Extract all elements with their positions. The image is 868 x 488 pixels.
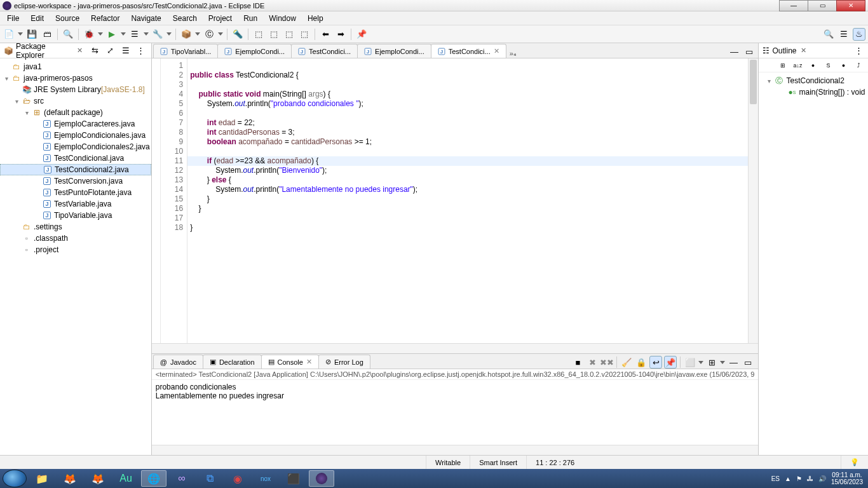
open-type-button[interactable]: 🔍: [62, 28, 74, 41]
filter-button[interactable]: ☰: [119, 44, 132, 57]
menu-navigate[interactable]: Navigate: [125, 13, 166, 24]
tree-node[interactable]: JEjemploCaracteres.java: [0, 118, 151, 130]
toggle-button[interactable]: ⬚: [283, 28, 295, 41]
taskbar-nox[interactable]: nox: [253, 470, 278, 487]
maximize-view-button[interactable]: ▭: [742, 356, 754, 369]
debug-button[interactable]: 🐞: [83, 28, 95, 41]
taskbar-vscode[interactable]: ⧉: [197, 470, 222, 487]
tray-action-center-icon[interactable]: ⚑: [796, 475, 802, 482]
nav-forward-button[interactable]: ➡: [334, 28, 347, 41]
hide-fields-button[interactable]: ●: [807, 59, 820, 72]
hide-local-button[interactable]: ⤴: [853, 59, 865, 72]
open-console-button[interactable]: ⊞: [705, 356, 718, 369]
tray-expand-icon[interactable]: ▲: [785, 475, 791, 482]
tree-node[interactable]: 🗀java1: [0, 61, 151, 72]
tree-node[interactable]: ▾🗁src: [0, 95, 151, 107]
close-tab-button[interactable]: ✕: [306, 358, 312, 366]
tree-node[interactable]: ▫.project: [0, 244, 151, 255]
tray-network-icon[interactable]: 🖧: [807, 475, 813, 482]
run-button[interactable]: ▶: [105, 28, 118, 41]
dropdown-icon[interactable]: [195, 32, 200, 36]
word-wrap-button[interactable]: ↩: [649, 356, 662, 369]
bottom-tab-console[interactable]: ▤Console✕: [261, 355, 319, 369]
scroll-lock-button[interactable]: 🔒: [635, 356, 648, 369]
tree-node[interactable]: ▫.classpath: [0, 233, 151, 244]
link-editor-button[interactable]: ⤢: [104, 44, 117, 57]
outline-class-node[interactable]: ▾ Ⓒ TestCondicional2: [761, 75, 866, 86]
editor-area[interactable]: 123456789101112131415161718 public class…: [152, 58, 759, 343]
dropdown-icon[interactable]: [218, 32, 223, 36]
tree-node[interactable]: JTestConversion.java: [0, 175, 151, 187]
tree-node[interactable]: JTestCondicional.java: [0, 152, 151, 164]
quick-access-button[interactable]: 🔍: [822, 28, 835, 41]
tray-date[interactable]: 15/06/2023: [831, 478, 863, 485]
tree-node[interactable]: JEjemploCondicionales2.java: [0, 141, 151, 152]
hide-static-button[interactable]: S: [822, 59, 835, 72]
hide-nonpublic-button[interactable]: ●: [837, 59, 850, 72]
taskbar-terminal[interactable]: ⬛: [281, 470, 306, 487]
new-button[interactable]: 📄: [3, 28, 15, 41]
taskbar-audition[interactable]: Au: [113, 470, 139, 487]
new-class-button[interactable]: Ⓒ: [203, 28, 215, 41]
tree-node[interactable]: 📚JRE System Library [JavaSE-1.8]: [0, 84, 151, 95]
toggle-button[interactable]: ⬚: [268, 28, 280, 41]
dropdown-icon[interactable]: [18, 32, 23, 36]
dropdown-icon[interactable]: [144, 32, 149, 36]
tray-time[interactable]: 09:11 a.m.: [831, 471, 863, 478]
code-editor[interactable]: public class TestCondicional2 { public s…: [187, 58, 748, 343]
tree-node[interactable]: JTipoVariable.java: [0, 210, 151, 221]
dropdown-icon[interactable]: [121, 32, 126, 36]
minimize-editor-button[interactable]: —: [728, 45, 740, 58]
coverage-button[interactable]: ☰: [128, 28, 141, 41]
bottom-tab-error-log[interactable]: ⊘Error Log: [318, 355, 370, 369]
java-perspective-button[interactable]: ♨: [853, 28, 865, 41]
close-button[interactable]: ✕: [836, 0, 865, 11]
maximize-button[interactable]: ▭: [808, 0, 837, 11]
pin-console-button[interactable]: 📌: [664, 356, 677, 369]
horizontal-scrollbar[interactable]: [152, 343, 759, 353]
toggle-button[interactable]: ⬚: [252, 28, 265, 41]
remove-launch-button[interactable]: ✖: [586, 356, 599, 369]
taskbar-app[interactable]: ◉: [225, 470, 250, 487]
overflow-tabs-button[interactable]: »₄: [506, 50, 520, 58]
outline-tree[interactable]: ▾ Ⓒ TestCondicional2 ●S main(String[]) :…: [759, 72, 868, 100]
bottom-tab-javadoc[interactable]: @Javadoc: [153, 355, 203, 369]
save-button[interactable]: 💾: [25, 28, 38, 41]
menu-help[interactable]: Help: [302, 13, 329, 24]
search-button[interactable]: 🔦: [231, 28, 244, 41]
taskbar-firefox[interactable]: 🦊: [57, 470, 83, 487]
view-menu-button[interactable]: ⋮: [135, 44, 147, 57]
remove-all-button[interactable]: ✖✖: [600, 356, 613, 369]
tree-node[interactable]: JTestCondicional2.java: [0, 164, 151, 175]
tray-language[interactable]: ES: [771, 475, 780, 482]
console-output[interactable]: probando condicionales Lamentablemente n…: [152, 380, 759, 445]
open-perspective-button[interactable]: ☰: [837, 28, 850, 41]
collapse-all-button[interactable]: ⇆: [89, 44, 102, 57]
view-menu-button[interactable]: ⋮: [853, 44, 865, 57]
vertical-scrollbar[interactable]: [748, 58, 758, 343]
editor-tab[interactable]: JEjemploCondi...: [217, 44, 292, 58]
package-tree[interactable]: 🗀java1▾🗀java-primeros-pasos📚JRE System L…: [0, 58, 151, 455]
menu-project[interactable]: Project: [203, 13, 238, 24]
tip-icon[interactable]: 💡: [841, 456, 868, 469]
bottom-tab-declaration[interactable]: ▣Declaration: [203, 355, 262, 369]
maximize-editor-button[interactable]: ▭: [743, 45, 756, 58]
taskbar-firefox-dev[interactable]: 🦊: [85, 470, 111, 487]
menu-refactor[interactable]: Refactor: [85, 13, 125, 24]
menu-file[interactable]: File: [1, 13, 25, 24]
tray-volume-icon[interactable]: 🔊: [818, 475, 826, 482]
editor-tab[interactable]: JTestCondici...: [291, 44, 358, 58]
tree-node[interactable]: ▾⊞(default package): [0, 107, 151, 118]
save-all-button[interactable]: 🗃: [41, 28, 53, 41]
editor-tab[interactable]: JEjemploCondi...: [357, 44, 431, 58]
minimize-view-button[interactable]: —: [727, 356, 740, 369]
dropdown-icon[interactable]: [698, 361, 703, 364]
outline-method-node[interactable]: ●S main(String[]) : void: [761, 86, 866, 98]
new-package-button[interactable]: 📦: [180, 28, 193, 41]
taskbar-vs[interactable]: ∞: [169, 470, 194, 487]
display-console-button[interactable]: ⬜: [684, 356, 696, 369]
clear-console-button[interactable]: 🧹: [620, 356, 633, 369]
sort-button[interactable]: a↓z: [792, 59, 804, 72]
horizontal-scrollbar[interactable]: [152, 445, 759, 455]
taskbar-eclipse[interactable]: [309, 470, 334, 487]
